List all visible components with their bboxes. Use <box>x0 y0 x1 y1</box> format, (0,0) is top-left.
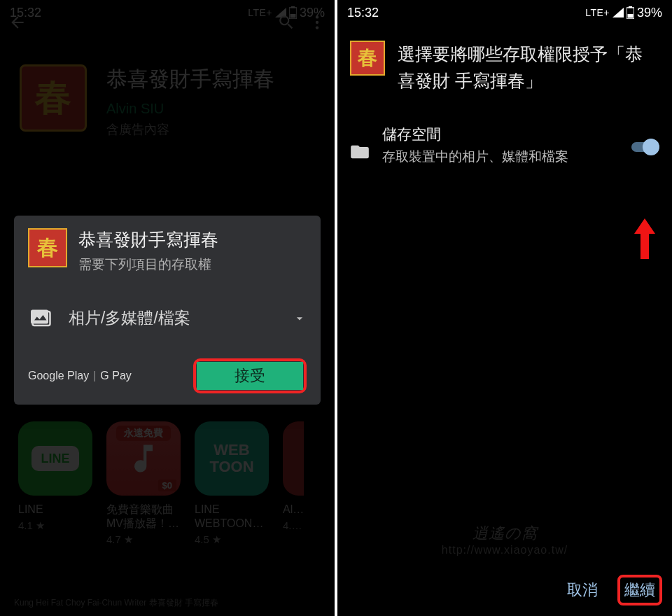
app-header: 春 恭喜發財手寫揮春 Alvin SIU 含廣告內容 <box>0 45 335 145</box>
svg-point-3 <box>316 15 318 18</box>
accept-highlight: 接受 <box>193 358 307 393</box>
phone-right: 15:32 LTE+ 39% 春 選擇要將哪些存取權限授予「恭喜發財 手寫揮春」 <box>337 0 672 616</box>
network-label: LTE+ <box>585 7 610 18</box>
rec-rating: 4.7 ★ <box>106 533 182 546</box>
rec-thumb-text: WEB TOON <box>209 442 253 475</box>
search-icon[interactable] <box>277 13 295 31</box>
rec-thumb: 永遠免費 $0 <box>106 421 181 496</box>
svg-point-4 <box>316 21 318 24</box>
app-developer[interactable]: Alvin SIU <box>106 101 274 117</box>
status-right: LTE+ 39% <box>585 6 662 20</box>
rec-thumb-text: LINE <box>31 446 79 471</box>
svg-rect-7 <box>31 309 48 323</box>
rec-name: 免費音樂歌曲MV播放器！… <box>106 503 182 531</box>
battery-icon <box>626 6 634 19</box>
back-icon[interactable] <box>8 13 27 31</box>
dialog-subtitle: 需要下列項目的存取權 <box>78 255 218 274</box>
badge-free: 永遠免費 <box>116 426 171 441</box>
dialog-title: 恭喜發財手寫揮春 <box>78 228 218 251</box>
permission-row-storage[interactable]: 儲存空間 存取裝置中的相片、媒體和檔案 <box>350 125 659 167</box>
continue-highlight: 繼續 <box>617 575 662 606</box>
rec-rating: 4.… <box>283 519 304 531</box>
folder-icon <box>350 144 370 160</box>
more-icon[interactable] <box>308 13 326 31</box>
rec-rating: 4.1 ★ <box>18 519 94 532</box>
ads-label: 含廣告內容 <box>106 121 274 138</box>
cancel-button[interactable]: 取消 <box>557 574 608 606</box>
rec-app[interactable]: WEB TOON LINE WEBTOON 每… 4.5 ★ <box>195 421 270 546</box>
rec-name: Al… <box>283 503 304 517</box>
store-toolbar <box>0 0 335 45</box>
dialog-actions: 取消 繼續 <box>347 574 662 606</box>
battery-label: 39% <box>637 6 662 20</box>
dialog-footer-brands: Google Play | G Pay <box>28 370 132 382</box>
rec-app[interactable]: Al… 4.… <box>283 421 304 546</box>
svg-rect-10 <box>627 14 633 18</box>
phone-left: 15:32 LTE+ 39% <box>0 0 335 616</box>
permission-dialog: 春 恭喜發財手寫揮春 需要下列項目的存取權 相片/多媒體/檔案 Google <box>14 216 321 405</box>
permission-group-title: 儲存空間 <box>382 125 619 144</box>
bottom-banner: Kung Hei Fat Choy Fai-Chun Writer 恭喜發財 手… <box>14 597 218 609</box>
rec-thumb: LINE <box>18 421 92 496</box>
svg-point-5 <box>316 26 318 29</box>
watermark: 逍遙の窩 http://www.xiaoyao.tw/ <box>337 523 672 556</box>
app-icon: 春 <box>350 41 385 76</box>
media-icon <box>31 309 52 328</box>
google-pay-label: G Pay <box>100 370 131 382</box>
app-icon: 春 <box>20 64 87 132</box>
watermark-url: http://www.xiaoyao.tw/ <box>337 544 672 556</box>
signal-icon <box>612 8 624 18</box>
permission-group-desc: 存取裝置中的相片、媒體和檔案 <box>382 147 619 167</box>
rec-thumb <box>283 421 304 496</box>
rec-name: LINE WEBTOON 每… <box>195 503 270 531</box>
price-badge: $0 <box>158 479 176 491</box>
arrow-annotation-icon <box>634 218 655 259</box>
chevron-down-icon[interactable] <box>293 312 307 326</box>
continue-button[interactable]: 繼續 <box>624 581 655 598</box>
app-title: 恭喜發財手寫揮春 <box>106 64 274 94</box>
rec-thumb: WEB TOON <box>195 421 269 496</box>
google-play-label: Google Play <box>28 370 89 382</box>
rec-rating: 4.5 ★ <box>195 533 270 546</box>
status-bar: 15:32 LTE+ 39% <box>337 0 672 25</box>
status-time: 15:32 <box>347 6 379 20</box>
accept-button[interactable]: 接受 <box>197 362 303 390</box>
permission-toggle[interactable] <box>631 139 659 155</box>
rec-name: LINE <box>18 503 94 517</box>
screen-title: 選擇要將哪些存取權限授予「恭喜發財 手寫揮春」 <box>398 41 659 94</box>
rec-app[interactable]: LINE LINE 4.1 ★ <box>18 421 94 546</box>
watermark-name: 逍遙の窩 <box>337 523 672 544</box>
dialog-app-icon: 春 <box>28 228 67 267</box>
permission-label: 相片/多媒體/檔案 <box>69 307 276 329</box>
recommendations: LINE LINE 4.1 ★ 永遠免費 $0 免費音樂歌曲MV播放器！… 4.… <box>0 421 335 546</box>
permission-item[interactable]: 相片/多媒體/檔案 <box>28 306 307 330</box>
rec-app[interactable]: 永遠免費 $0 免費音樂歌曲MV播放器！… 4.7 ★ <box>106 421 182 546</box>
